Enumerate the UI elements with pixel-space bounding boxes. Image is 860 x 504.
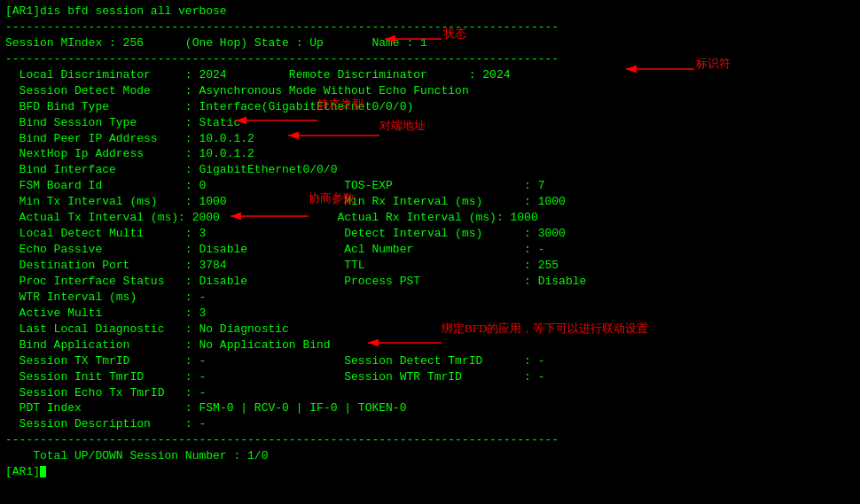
terminal-line: Bind Interface : GigabitEthernet0/0/0 — [5, 162, 855, 178]
terminal-line: Session TX TmrID : - Session Detect TmrI… — [5, 353, 855, 369]
terminal-output: [AR1]dis bfd session all verbose--------… — [5, 4, 855, 480]
terminal-line: ----------------------------------------… — [5, 19, 855, 35]
terminal-line: Session MIndex : 256 (One Hop) State : U… — [5, 35, 855, 51]
terminal-line: PDT Index : FSM-0 | RCV-0 | IF-0 | TOKEN… — [5, 400, 855, 416]
terminal-line: Session Init TmrID : - Session WTR TmrID… — [5, 369, 855, 385]
terminal-line: Min Tx Interval (ms) : 1000 Min Rx Inter… — [5, 194, 855, 210]
terminal-line: Bind Application : No Application Bind — [5, 337, 855, 353]
terminal-line: Session Description : - — [5, 416, 855, 432]
terminal-line: Actual Tx Interval (ms): 2000 Actual Rx … — [5, 210, 855, 226]
terminal-line: ----------------------------------------… — [5, 432, 855, 448]
terminal-line: Total UP/DOWN Session Number : 1/0 — [5, 448, 855, 464]
terminal-line: Session Echo Tx TmrID : - — [5, 385, 855, 401]
terminal-line: Bind Peer IP Address : 10.0.1.2 — [5, 131, 855, 147]
terminal-cursor — [40, 466, 46, 477]
terminal-window: [AR1]dis bfd session all verbose--------… — [0, 0, 860, 504]
terminal-line: WTR Interval (ms) : - — [5, 290, 855, 306]
terminal-line: Echo Passive : Disable Acl Number : - — [5, 242, 855, 258]
terminal-line: Destination Port : 3784 TTL : 255 — [5, 258, 855, 274]
terminal-line: [AR1]dis bfd session all verbose — [5, 4, 855, 19]
terminal-line: Proc Interface Status : Disable Process … — [5, 274, 855, 290]
terminal-line: Active Multi : 3 — [5, 306, 855, 322]
terminal-line: [AR1] — [5, 464, 855, 480]
terminal-line: NextHop Ip Address : 10.0.1.2 — [5, 146, 855, 162]
terminal-line: BFD Bind Type : Interface(GigabitEtherne… — [5, 99, 855, 115]
terminal-line: ----------------------------------------… — [5, 51, 855, 67]
terminal-line: Local Detect Multi : 3 Detect Interval (… — [5, 226, 855, 242]
terminal-line: Local Discriminator : 2024 Remote Discri… — [5, 67, 855, 83]
terminal-line: FSM Board Id : 0 TOS-EXP : 7 — [5, 178, 855, 194]
terminal-line: Bind Session Type : Static — [5, 115, 855, 131]
terminal-line: Session Detect Mode : Asynchronous Mode … — [5, 83, 855, 99]
terminal-line: Last Local Diagnostic : No Diagnostic — [5, 322, 855, 337]
